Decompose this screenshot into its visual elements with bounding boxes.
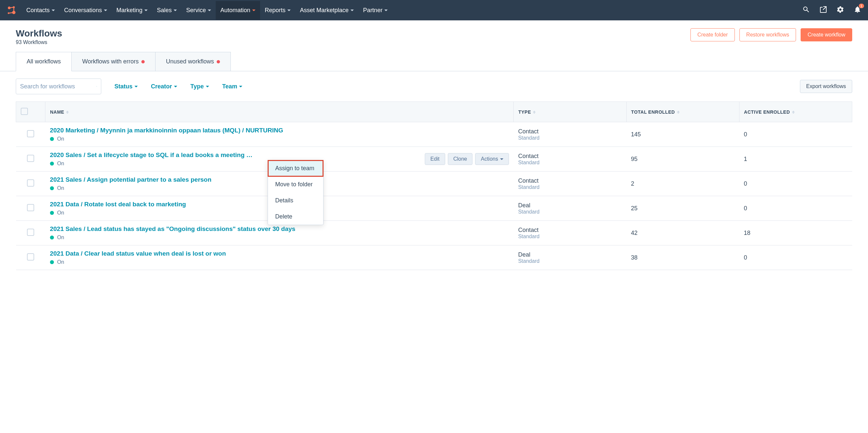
dropdown-delete[interactable]: Delete xyxy=(268,209,323,225)
table-row: 2020 Marketing / Myynnin ja markkinoinni… xyxy=(16,122,852,147)
error-dot-icon xyxy=(142,60,145,63)
row-checkbox[interactable] xyxy=(27,204,34,211)
workflow-name-link[interactable]: 2020 Sales / Set a lifecycle stage to SQ… xyxy=(50,152,252,159)
sort-icon xyxy=(792,111,795,114)
workflow-type: Deal xyxy=(518,202,622,209)
search-icon[interactable] xyxy=(802,6,810,15)
header-active-enrolled[interactable]: ACTIVE ENROLLED xyxy=(739,102,852,122)
nav-asset-marketplace[interactable]: Asset Marketplace xyxy=(300,1,354,20)
nav-marketing[interactable]: Marketing xyxy=(116,1,148,20)
notification-badge: 1 xyxy=(859,4,864,8)
edit-button[interactable]: Edit xyxy=(425,153,445,165)
table-row: 2021 Sales / Lead status has stayed as "… xyxy=(16,221,852,245)
row-checkbox[interactable] xyxy=(27,155,34,162)
dropdown-move-to-folder[interactable]: Move to folder xyxy=(268,176,323,193)
status-dot-icon xyxy=(50,137,54,141)
header-type[interactable]: TYPE xyxy=(514,102,626,122)
filter-team[interactable]: Team xyxy=(222,83,243,90)
create-folder-button[interactable]: Create folder xyxy=(690,28,735,41)
workflow-name-link[interactable]: 2020 Marketing / Myynnin ja markkinoinni… xyxy=(50,127,283,134)
tabs: All workflows Workflows with errors Unus… xyxy=(16,52,852,71)
search-input[interactable] xyxy=(20,83,96,90)
workflow-status: On xyxy=(50,161,252,167)
status-label: On xyxy=(57,259,64,265)
status-label: On xyxy=(57,235,64,240)
nav-sales[interactable]: Sales xyxy=(157,1,177,20)
sort-icon xyxy=(533,111,536,114)
active-enrolled: 1 xyxy=(739,147,852,171)
export-workflows-button[interactable]: Export workflows xyxy=(800,80,852,93)
row-actions: Edit Clone Actions xyxy=(425,153,509,165)
nav-right: 1 xyxy=(802,6,861,15)
workflows-table: NAME TYPE TOTAL ENROLLED ACTIVE ENROLLED… xyxy=(16,101,852,270)
nav-automation[interactable]: Automation xyxy=(216,1,260,20)
error-dot-icon xyxy=(217,60,220,63)
header-name[interactable]: NAME xyxy=(45,102,514,122)
filter-status[interactable]: Status xyxy=(115,83,138,90)
tab-workflows-with-errors[interactable]: Workflows with errors xyxy=(72,52,156,71)
header-total-enrolled[interactable]: TOTAL ENROLLED xyxy=(626,102,739,122)
chevron-down-icon xyxy=(500,158,503,160)
workflow-name-link[interactable]: 2021 Data / Rotate lost deal back to mar… xyxy=(50,201,186,208)
chevron-down-icon xyxy=(252,9,255,11)
chevron-down-icon xyxy=(384,9,388,11)
tab-unused-workflows[interactable]: Unused workflows xyxy=(156,52,231,71)
filter-creator[interactable]: Creator xyxy=(151,83,177,90)
nav-reports[interactable]: Reports xyxy=(265,1,291,20)
row-checkbox[interactable] xyxy=(27,229,34,236)
workflow-type: Contact xyxy=(518,128,622,135)
search-box[interactable] xyxy=(16,78,101,94)
status-dot-icon xyxy=(50,260,54,264)
nav-conversations[interactable]: Conversations xyxy=(64,1,107,20)
tab-label: All workflows xyxy=(27,58,61,65)
active-enrolled: 0 xyxy=(739,245,852,270)
active-enrolled: 18 xyxy=(739,221,852,245)
clone-button[interactable]: Clone xyxy=(448,153,473,165)
workflow-status: On xyxy=(50,235,296,240)
total-enrolled: 145 xyxy=(626,122,739,147)
row-checkbox[interactable] xyxy=(27,253,34,261)
workflow-name-link[interactable]: 2021 Sales / Assign potential partner to… xyxy=(50,176,211,183)
nav-partner[interactable]: Partner xyxy=(363,1,388,20)
status-label: On xyxy=(57,185,64,191)
select-all-checkbox[interactable] xyxy=(21,108,28,115)
actions-dropdown: Assign to team Move to folder Details De… xyxy=(268,160,323,225)
row-checkbox[interactable] xyxy=(27,130,34,137)
dropdown-details[interactable]: Details xyxy=(268,193,323,209)
row-checkbox[interactable] xyxy=(27,179,34,187)
active-enrolled: 0 xyxy=(739,171,852,196)
page-header: Workflows 93 Workflows Create folder Res… xyxy=(0,20,868,45)
marketplace-icon[interactable] xyxy=(819,6,827,15)
workflow-name-link[interactable]: 2021 Data / Clear lead status value when… xyxy=(50,250,226,257)
settings-gear-icon[interactable] xyxy=(836,6,844,15)
chevron-down-icon xyxy=(239,86,242,88)
total-enrolled: 42 xyxy=(626,221,739,245)
workflow-status: On xyxy=(50,210,186,216)
tab-label: Workflows with errors xyxy=(82,58,139,65)
nav-contacts[interactable]: Contacts xyxy=(26,1,55,20)
chevron-down-icon xyxy=(174,9,177,11)
workflow-name-link[interactable]: 2021 Sales / Lead status has stayed as "… xyxy=(50,225,296,233)
total-enrolled: 38 xyxy=(626,245,739,270)
active-enrolled: 0 xyxy=(739,122,852,147)
nav-service[interactable]: Service xyxy=(186,1,211,20)
notifications-bell-icon[interactable]: 1 xyxy=(854,6,861,15)
chevron-down-icon xyxy=(52,9,55,11)
create-workflow-button[interactable]: Create workflow xyxy=(801,28,852,41)
workflow-type: Contact xyxy=(518,177,622,184)
status-label: On xyxy=(57,210,64,216)
workflow-status: On xyxy=(50,185,211,191)
search-icon xyxy=(96,83,97,90)
actions-button[interactable]: Actions xyxy=(475,153,508,165)
filter-type[interactable]: Type xyxy=(190,83,209,90)
chevron-down-icon xyxy=(174,86,177,88)
dropdown-assign-to-team[interactable]: Assign to team xyxy=(268,160,323,176)
total-enrolled: 2 xyxy=(626,171,739,196)
top-navigation: Contacts Conversations Marketing Sales S… xyxy=(0,0,868,20)
hubspot-logo-icon[interactable] xyxy=(7,5,17,15)
restore-workflows-button[interactable]: Restore workflows xyxy=(739,28,796,41)
workflow-subtype: Standard xyxy=(518,234,622,239)
tab-all-workflows[interactable]: All workflows xyxy=(16,52,72,71)
toolbar: Status Creator Type Team Export workflow… xyxy=(0,71,868,101)
tab-label: Unused workflows xyxy=(166,58,214,65)
